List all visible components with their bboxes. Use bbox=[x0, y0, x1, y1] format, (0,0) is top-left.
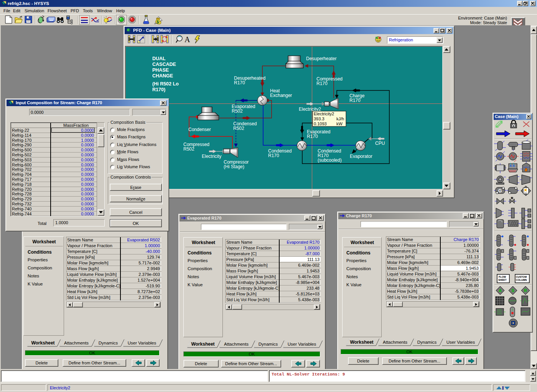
svg-text:R502: R502 bbox=[233, 126, 244, 131]
svg-text:User Variables: User Variables bbox=[446, 340, 475, 344]
svg-text:0.1093: 0.1093 bbox=[314, 121, 327, 126]
svg-text:R170: R170 bbox=[349, 98, 361, 103]
svg-text:A: A bbox=[184, 35, 190, 44]
svg-text:R: R bbox=[524, 288, 527, 293]
svg-text:Dynamics: Dynamics bbox=[259, 342, 278, 346]
svg-text:kW: kW bbox=[336, 121, 343, 126]
svg-text:(Hi R502 Lo: (Hi R502 Lo bbox=[152, 81, 179, 87]
svg-text:CPU: CPU bbox=[375, 141, 385, 146]
svg-text:Dynamics: Dynamics bbox=[99, 341, 118, 345]
svg-text:(subcooled): (subcooled) bbox=[318, 157, 342, 163]
svg-text:PHASE: PHASE bbox=[152, 67, 169, 73]
svg-text:R170: R170 bbox=[234, 80, 245, 85]
svg-text:FLOW: FLOW bbox=[499, 276, 506, 278]
svg-text:Dynamics: Dynamics bbox=[417, 340, 437, 344]
svg-text:Electricity: Electricity bbox=[202, 154, 221, 159]
svg-text:$: $ bbox=[156, 20, 159, 24]
svg-text:Worksheet: Worksheet bbox=[350, 340, 373, 345]
svg-text:R502: R502 bbox=[183, 146, 194, 152]
svg-text:Worksheet: Worksheet bbox=[191, 341, 214, 347]
svg-text:R502: R502 bbox=[232, 108, 243, 114]
svg-text:R170: R170 bbox=[268, 153, 279, 158]
svg-text:A: A bbox=[499, 288, 502, 293]
svg-text:CUSTOM: CUSTOM bbox=[516, 276, 527, 278]
svg-text:R: R bbox=[511, 197, 513, 199]
svg-text:Worksheet: Worksheet bbox=[31, 340, 54, 346]
svg-text:R170): R170) bbox=[152, 87, 165, 92]
svg-text:kJ/h: kJ/h bbox=[336, 116, 344, 121]
svg-text:CHANGE: CHANGE bbox=[152, 73, 173, 79]
svg-text:COLUMN: COLUMN bbox=[516, 279, 527, 281]
svg-text:Exchanger: Exchanger bbox=[270, 93, 292, 98]
svg-text:S: S bbox=[512, 288, 514, 293]
svg-text:Desuperheater: Desuperheater bbox=[306, 56, 336, 61]
svg-text:Evaporator: Evaporator bbox=[350, 154, 372, 159]
svg-text:Attachments: Attachments bbox=[383, 340, 407, 344]
svg-text:User Variables: User Variables bbox=[288, 342, 316, 346]
svg-text:R170: R170 bbox=[316, 81, 328, 86]
svg-text:G: G bbox=[498, 188, 502, 194]
svg-text:Condenser: Condenser bbox=[188, 127, 211, 132]
svg-text:(Hi Stage): (Hi Stage) bbox=[224, 164, 244, 169]
svg-text:Electricity2: Electricity2 bbox=[314, 112, 334, 116]
svg-text:R170: R170 bbox=[307, 134, 318, 139]
svg-text:User Variables: User Variables bbox=[128, 341, 156, 345]
svg-text:393.3: 393.3 bbox=[314, 116, 325, 121]
svg-text:Attachments: Attachments bbox=[224, 342, 249, 346]
svg-text:SHEET: SHEET bbox=[498, 279, 507, 281]
svg-text:DUAL: DUAL bbox=[152, 56, 166, 61]
svg-text:CASCADE: CASCADE bbox=[152, 62, 176, 67]
svg-text:Attachments: Attachments bbox=[64, 341, 89, 345]
